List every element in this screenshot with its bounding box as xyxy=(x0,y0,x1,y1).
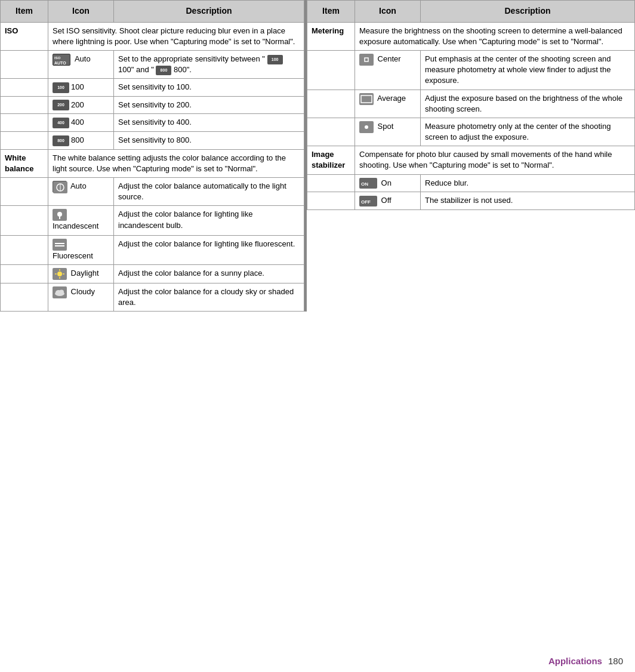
icon-cell-meter-spot: Spot xyxy=(355,118,421,146)
desc-stab-off: The stabilizer is not used. xyxy=(421,192,635,210)
right-table: Item Icon Description Metering Measure t… xyxy=(307,0,635,210)
left-table-wrapper: Item Icon Description ISO Set ISO sensit… xyxy=(0,0,304,312)
svg-rect-9 xyxy=(53,239,67,251)
desc-wb-day: Adjust the color balance for a sunny pla… xyxy=(114,264,304,283)
table-row: 400400 Set sensitivity to 400. xyxy=(1,114,304,132)
table-row: Fluorescent Adjust the color balance for… xyxy=(1,235,304,264)
footer-page-number: 180 xyxy=(608,656,623,666)
desc-wb-auto: Adjust the color balance automatically t… xyxy=(114,177,304,205)
table-row: Metering Measure the brightness on the s… xyxy=(307,22,635,50)
svg-text:ON: ON xyxy=(361,181,368,187)
item-label-iso: ISO xyxy=(1,22,48,50)
right-header-item: Item xyxy=(307,1,355,23)
empty-cell xyxy=(1,79,48,97)
footer-applications-label: Applications xyxy=(548,656,602,666)
iso-main-desc: Set ISO sensitivity. Shoot clear picture… xyxy=(48,22,304,50)
item-label-stabilizer: Image stabilizer xyxy=(307,146,355,174)
meter-center-icon xyxy=(359,54,374,66)
left-header-item: Item xyxy=(1,1,48,23)
table-row: 200200 Set sensitivity to 200. xyxy=(1,96,304,114)
desc-wb-flu: Adjust the color balance for lighting li… xyxy=(114,235,304,264)
table-row: ON On Reduce blur. xyxy=(307,174,635,192)
icon-cell-iso-100: 100100 xyxy=(48,79,114,97)
empty-cell xyxy=(1,114,48,132)
icon-cell-wb-flu: Fluorescent xyxy=(48,235,114,264)
icon-cell-iso-200: 200200 xyxy=(48,96,114,114)
svg-text:AUTO: AUTO xyxy=(54,61,66,65)
empty-cell xyxy=(1,264,48,283)
svg-point-13 xyxy=(57,272,62,276)
wb-flu-icon xyxy=(53,239,67,251)
icon-cell-wb-day: Daylight xyxy=(48,264,114,283)
iso-200-icon: 200 xyxy=(53,100,69,110)
table-row: ISO AUTO Auto Set to the appropriate sen… xyxy=(1,50,304,78)
stab-off-icon: OFF xyxy=(359,196,377,206)
wb-main-desc: The white balance setting adjusts the co… xyxy=(48,149,304,177)
icon-cell-wb-cld: Cloudy xyxy=(48,283,114,311)
meter-avg-icon xyxy=(359,93,374,105)
page-footer: Applications 180 xyxy=(0,650,635,672)
stab-on-icon: ON xyxy=(359,178,377,189)
svg-text:ISO: ISO xyxy=(54,56,61,60)
table-row: ISO Set ISO sensitivity. Shoot clear pic… xyxy=(1,22,304,50)
desc-iso-auto: Set to the appropriate sensitivity betwe… xyxy=(114,50,304,78)
desc-iso-800: Set sensitivity to 800. xyxy=(114,132,304,150)
left-header-icon: Icon xyxy=(48,1,114,23)
table-row: Incandescent Adjust the color balance fo… xyxy=(1,206,304,235)
desc-stab-on: Reduce blur. xyxy=(421,174,635,192)
desc-iso-200: Set sensitivity to 200. xyxy=(114,96,304,114)
empty-cell xyxy=(1,206,48,235)
table-row: Spot Measure photometry only at the cent… xyxy=(307,118,635,146)
table-row: White balance The white balance setting … xyxy=(1,149,304,177)
item-label-metering: Metering xyxy=(307,22,355,50)
table-row: Image stabilizer Compensate for photo bl… xyxy=(307,146,635,174)
desc-meter-center: Put emphasis at the center of the shooti… xyxy=(421,50,635,90)
empty-cell xyxy=(1,235,48,264)
desc-iso-400: Set sensitivity to 400. xyxy=(114,114,304,132)
icon-cell-meter-center: Center xyxy=(355,50,421,90)
icon-cell-stab-off: OFF Off xyxy=(355,192,421,210)
iso-100-icon: 100 xyxy=(53,82,69,93)
svg-rect-22 xyxy=(359,54,374,66)
table-row: Daylight Adjust the color balance for a … xyxy=(1,264,304,283)
icon-cell-iso-auto: ISO AUTO Auto xyxy=(48,50,114,78)
stabilizer-main-desc: Compensate for photo blur caused by smal… xyxy=(355,146,635,174)
table-row: Center Put emphasis at the center of the… xyxy=(307,50,635,90)
icon-cell-stab-on: ON On xyxy=(355,174,421,192)
desc-iso-100: Set sensitivity to 100. xyxy=(114,79,304,97)
item-label-wb: White balance xyxy=(1,149,48,177)
right-header-desc: Description xyxy=(421,1,635,23)
left-table: Item Icon Description ISO Set ISO sensit… xyxy=(0,0,304,312)
table-row: Cloudy Adjust the color balance for a cl… xyxy=(1,283,304,311)
desc-wb-inc: Adjust the color balance for lighting li… xyxy=(114,206,304,235)
empty-cell xyxy=(1,132,48,150)
table-row: Auto Adjust the color balance automatica… xyxy=(1,177,304,205)
desc-wb-cld: Adjust the color balance for a cloudy sk… xyxy=(114,283,304,311)
right-header-icon: Icon xyxy=(355,1,421,23)
metering-main-desc: Measure the brightness on the shooting s… xyxy=(355,22,635,50)
table-row: Average Adjust the exposure based on the… xyxy=(307,90,635,118)
desc-meter-avg: Adjust the exposure based on the brightn… xyxy=(421,90,635,118)
svg-text:OFF: OFF xyxy=(361,199,371,205)
empty-cell xyxy=(1,96,48,114)
empty-cell xyxy=(1,177,48,205)
meter-spot-icon xyxy=(359,121,374,133)
svg-point-21 xyxy=(59,289,64,294)
empty-cell xyxy=(307,90,355,118)
wb-day-icon xyxy=(53,268,67,280)
table-row: OFF Off The stabilizer is not used. xyxy=(307,192,635,210)
icon-cell-iso-800: 800800 xyxy=(48,132,114,150)
svg-point-27 xyxy=(365,125,368,129)
empty-cell xyxy=(1,50,48,78)
iso-800-icon: 800 xyxy=(53,135,69,146)
left-header-desc: Description xyxy=(114,1,304,23)
empty-cell xyxy=(307,50,355,90)
icon-cell-meter-avg: Average xyxy=(355,90,421,118)
iso-auto-icon: ISO AUTO xyxy=(53,54,70,66)
icon-cell-wb-auto: Auto xyxy=(48,177,114,205)
icon-cell-wb-inc: Incandescent xyxy=(48,206,114,235)
right-table-wrapper: Item Icon Description Metering Measure t… xyxy=(307,0,635,312)
desc-meter-spot: Measure photometry only at the center of… xyxy=(421,118,635,146)
empty-cell xyxy=(1,283,48,311)
wb-auto-icon xyxy=(53,181,67,193)
